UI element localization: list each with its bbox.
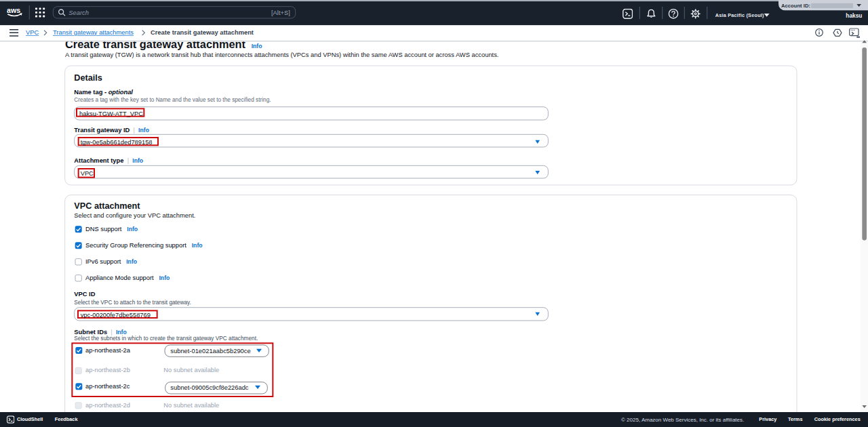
svg-text:aws: aws <box>7 6 20 14</box>
